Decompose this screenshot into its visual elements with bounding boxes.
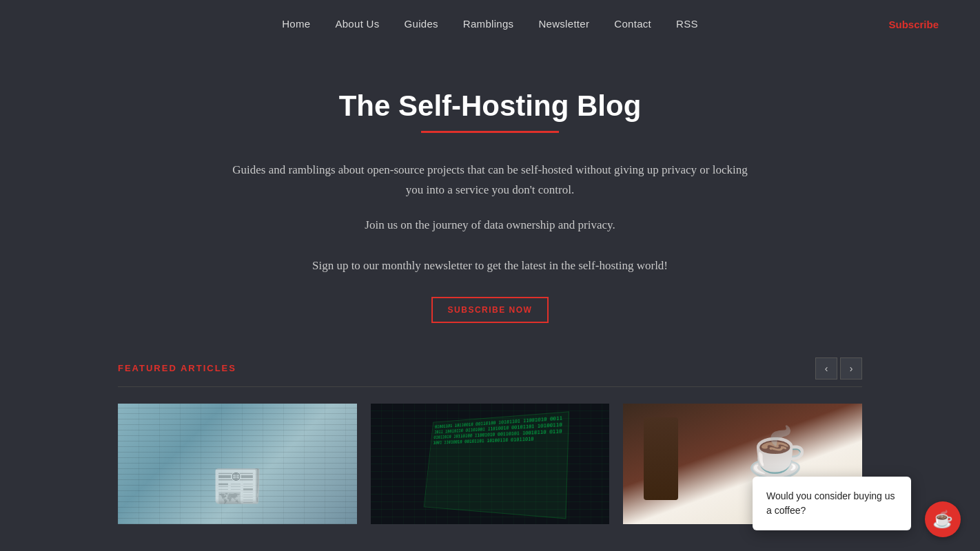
featured-header: FEATURED ARTICLES ‹ › [118, 357, 862, 387]
nav-newsletter[interactable]: Newsletter [538, 18, 589, 30]
main-nav: Home About Us Guides Ramblings Newslette… [0, 0, 980, 48]
coffee-popup-text: Would you consider buying us a coffee? [766, 490, 895, 516]
matrix-block: 01001101 10110010 00110100 10101101 1100… [424, 411, 569, 519]
article-card-2-image: 01001101 10110010 00110100 10101101 1100… [371, 404, 610, 524]
coffee-icon: ☕ [932, 510, 953, 529]
article-card-1[interactable] [118, 404, 357, 524]
nav-guides[interactable]: Guides [405, 18, 438, 30]
hero-newsletter-cta: Sign up to our monthly newsletter to get… [228, 256, 752, 276]
carousel-next-button[interactable]: › [840, 357, 862, 380]
hero-tagline: Join us on the journey of data ownership… [228, 216, 752, 236]
nav-about[interactable]: About Us [335, 18, 379, 30]
articles-grid: 01001101 10110010 00110100 10101101 1100… [118, 404, 862, 524]
article-card-2[interactable]: 01001101 10110010 00110100 10101101 1100… [371, 404, 610, 524]
coffee-popup: Would you consider buying us a coffee? [753, 477, 911, 530]
subscribe-now-button[interactable]: SUBSCRIBE NOW [431, 297, 549, 323]
hero-section: The Self-Hosting Blog Guides and ramblin… [214, 48, 766, 357]
nav-home[interactable]: Home [282, 18, 310, 30]
nav-subscribe-link[interactable]: Subscribe [888, 19, 939, 30]
carousel-prev-button[interactable]: ‹ [815, 357, 837, 380]
article-card-1-image [118, 404, 357, 524]
hero-underline [421, 131, 559, 133]
hero-title: The Self-Hosting Blog [228, 90, 752, 123]
featured-title: FEATURED ARTICLES [118, 363, 236, 373]
nav-ramblings[interactable]: Ramblings [463, 18, 514, 30]
nav-contact[interactable]: Contact [614, 18, 651, 30]
coffee-button[interactable]: ☕ [925, 501, 961, 537]
nav-rss[interactable]: RSS [676, 18, 698, 30]
matrix-overlay: 01001101 10110010 00110100 10101101 1100… [371, 404, 610, 524]
hero-description: Guides and ramblings about open-source p… [228, 160, 752, 200]
carousel-arrows: ‹ › [815, 357, 862, 380]
nav-links: Home About Us Guides Ramblings Newslette… [282, 18, 698, 30]
